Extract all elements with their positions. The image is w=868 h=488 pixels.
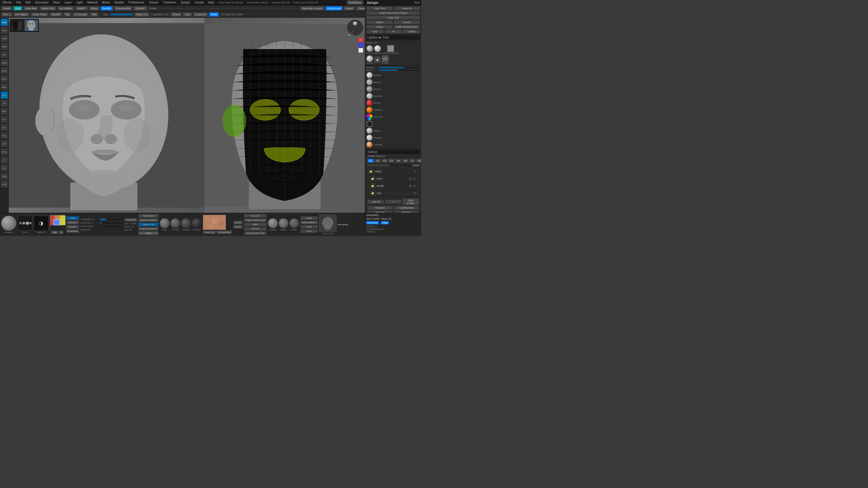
clone-tool-button[interactable]: Clone [366,25,393,29]
texture-off-preview[interactable] [319,215,337,232]
tool-pos[interactable]: Pos [1,164,8,172]
focal-shift-slider[interactable] [100,225,123,228]
sdiv1-button[interactable]: SDv 1 [1,12,12,17]
mat-jelly-row[interactable]: JellyBea [366,141,420,148]
tray-left-button[interactable]: Tray Left [244,214,267,218]
lightbox-header[interactable]: Lightbox ▶ Tools [366,35,420,40]
mat-zbro[interactable]: zbro_Si [366,45,373,54]
show-pt-button[interactable]: ShowPt [50,12,62,17]
zsub-button[interactable]: Zsub [66,216,79,220]
mat-flatcol-row[interactable]: FlatCol [366,86,420,92]
menu-zbrush[interactable]: ZBrush [1,1,13,4]
mat-metallic-row[interactable]: Metallic [366,72,420,78]
mat-polymesh[interactable]: PM PolyMet [381,55,389,64]
mat-cyndeste[interactable]: 🔮 Cyndeste simplerS [382,45,399,54]
brush-preview-sphere[interactable] [1,216,16,231]
texture-preview[interactable] [203,215,226,230]
head-blend-slider[interactable] [368,164,412,166]
texture-on-button[interactable]: Texture On [138,223,159,226]
reflects-track[interactable] [379,67,420,68]
subtool-hair-add[interactable]: + [417,192,418,195]
toggle-mask-depth-button[interactable]: Toggle Mask Depth [244,218,267,222]
tool-rotate-view[interactable]: Rotat [1,43,8,50]
imbed-button[interactable]: Imbed 0 [66,221,79,224]
tool-draw[interactable]: Draw [1,19,8,26]
mat-color-wheel[interactable]: HSVCalc [366,113,420,120]
subtool-hair-gear[interactable]: ⚙ [413,192,416,195]
subtool-mouth-gear[interactable]: ⚙ [413,185,416,187]
subdiv-v4[interactable]: V4 [388,159,395,163]
tool-render[interactable]: Rndr [1,83,8,91]
inverse-button[interactable]: Inverse [66,225,79,229]
mbs-button[interactable]: MBS [244,223,267,226]
tool-snap[interactable]: Snap [1,172,8,180]
navigation-compass[interactable]: ▲ X Y Z [346,19,364,36]
subdiv-v1[interactable]: V1 [368,159,374,163]
subtool-hair-folder[interactable]: 📁 Hair ⚙ + [368,190,419,197]
swatch-blue[interactable] [359,43,363,47]
double-button[interactable]: Double [100,6,113,11]
gmt-button[interactable]: Gmt [13,6,22,11]
menu-light[interactable]: Light [75,1,84,4]
import-button[interactable]: Import [343,6,355,11]
color-picker-preview[interactable] [50,215,65,230]
topological-button[interactable]: Topological [138,214,159,218]
texture-raw-button[interactable]: TextureRAW [216,230,232,234]
subtool-header[interactable]: Subtool [366,150,420,154]
subtool-mouth-folder[interactable]: 📁 Mouth 2 ⚙ + [368,183,419,190]
clear-button[interactable]: Clear [138,231,159,235]
z-intensity-slider[interactable] [100,218,123,221]
tool-xr[interactable]: XR [1,140,8,148]
mat-dark-row[interactable] [366,121,420,127]
menu-movie[interactable]: Movie [101,1,111,4]
menu-layer[interactable]: Layer [63,1,73,4]
inflate-button[interactable]: Inflate [300,216,318,220]
save-res-button[interactable]: Save Res [23,6,38,11]
tool-scale[interactable]: Scale [1,35,8,42]
import-bottom-button[interactable]: Import [233,225,243,229]
mat-fassha[interactable]: FasSha [366,55,373,64]
inner-button[interactable]: Inner [300,229,318,233]
del-hidden-button[interactable]: Del Hidden [57,6,74,11]
tool-best[interactable]: Best [1,107,8,115]
subdiv-v7[interactable]: V7 [409,159,415,163]
setup-model-side-button[interactable]: Setup Model Side [244,231,267,235]
tool-bpr[interactable]: BPR [1,91,8,99]
menu-render[interactable]: Render [113,1,125,4]
hide-pt-button[interactable]: HidePT [75,6,88,11]
brush-stroke-preview[interactable] [18,216,32,231]
mat-reflect-orange-row[interactable]: ReflectO [366,107,420,113]
tool-persp[interactable]: Persp [1,67,8,74]
swatch-red[interactable] [359,38,363,42]
zremes-brush-sphere[interactable] [181,218,191,228]
claybull-sphere[interactable] [268,218,278,228]
subtool-head-add[interactable]: + [417,170,418,173]
quicksave-button[interactable]: QuickSave [347,1,363,5]
new-folder-label-button[interactable]: New Folder [402,198,419,205]
blend-track[interactable] [379,69,420,71]
subdiv-v3[interactable]: V3 [381,159,388,163]
make-polymesh-button[interactable]: Make PolyMesh3D [394,25,421,29]
goz-button[interactable]: GoZ [183,12,192,17]
subtool-head-gear[interactable]: ⚙ [413,170,416,173]
thumb-silhouette-1[interactable] [11,20,24,31]
menu-edit[interactable]: Edit [24,1,32,4]
close-holes-button[interactable]: Close Holes [30,12,49,17]
backface-mask-button[interactable]: BackFaceMask [138,218,159,222]
smooth-bottom-button[interactable]: Smooth [244,227,267,231]
tool-floor[interactable]: Floor [1,75,8,83]
menu-zscript[interactable]: Zscript [193,1,205,4]
tool-ghost[interactable]: Gho [1,124,8,131]
subdiv-v6[interactable]: V6 [402,159,408,163]
flip-button[interactable]: Flip [63,12,72,17]
inflate-sphere[interactable] [289,218,299,228]
project-all-button[interactable]: ProjectAll [124,218,137,222]
load-tool-button[interactable]: Load Tool [366,6,393,10]
zapplink2-button[interactable]: ZAppLink [193,12,208,17]
tool-move[interactable]: Move [1,27,8,34]
tool-aa[interactable]: AA [1,99,8,107]
inflate-balloon-button[interactable]: Inflate Balloon [300,221,318,224]
rgb-button[interactable]: Rgb [51,230,58,234]
zproject-brush-sphere[interactable] [192,218,202,228]
menu-material[interactable]: Material [86,1,99,4]
